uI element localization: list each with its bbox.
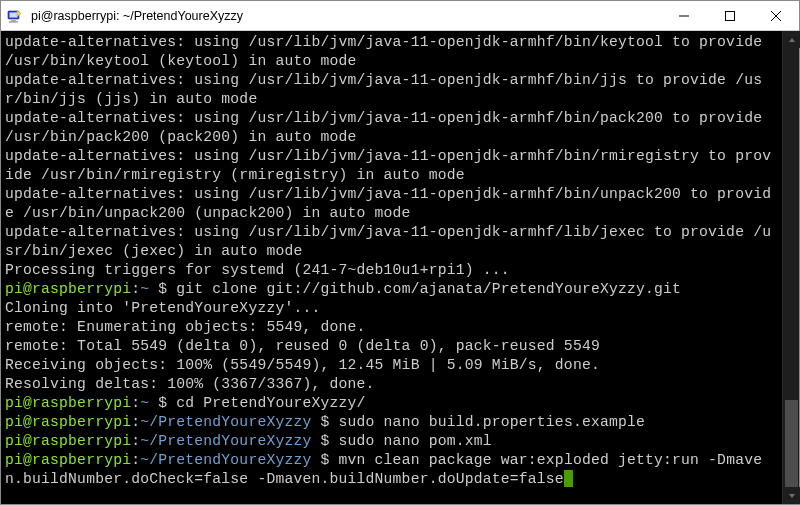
prompt-line: pi@raspberrypi:~/PretendYoureXyzzy $ mvn… xyxy=(5,451,777,489)
prompt-dollar: $ xyxy=(311,414,338,430)
close-icon xyxy=(771,11,781,21)
terminal-wrap: update-alternatives: using /usr/lib/jvm/… xyxy=(1,31,799,504)
output-line: Processing triggers for systemd (241-7~d… xyxy=(5,261,777,280)
command-text: cd PretendYoureXyzzy/ xyxy=(176,395,365,411)
titlebar[interactable]: pi@raspberrypi: ~/PretendYoureXyzzy xyxy=(1,1,799,31)
prompt-line: pi@raspberrypi:~/PretendYoureXyzzy $ sud… xyxy=(5,432,777,451)
prompt-line: pi@raspberrypi:~/PretendYoureXyzzy $ sud… xyxy=(5,413,777,432)
terminal-content: update-alternatives: using /usr/lib/jvm/… xyxy=(5,33,795,489)
output-line: Resolving deltas: 100% (3367/3367), done… xyxy=(5,375,777,394)
prompt-dollar: $ xyxy=(311,452,338,468)
output-line: update-alternatives: using /usr/lib/jvm/… xyxy=(5,33,777,71)
maximize-button[interactable] xyxy=(707,1,753,30)
prompt-dollar: $ xyxy=(149,281,176,297)
minimize-button[interactable] xyxy=(661,1,707,30)
prompt-sep: : xyxy=(131,395,140,411)
output-line: update-alternatives: using /usr/lib/jvm/… xyxy=(5,109,777,147)
output-line: Cloning into 'PretendYoureXyzzy'... xyxy=(5,299,777,318)
cursor xyxy=(564,470,573,487)
prompt-dollar: $ xyxy=(311,433,338,449)
prompt-userhost: pi@raspberrypi xyxy=(5,414,131,430)
window-title: pi@raspberrypi: ~/PretendYoureXyzzy xyxy=(29,9,661,23)
prompt-sep: : xyxy=(131,281,140,297)
output-line: update-alternatives: using /usr/lib/jvm/… xyxy=(5,71,777,109)
terminal[interactable]: update-alternatives: using /usr/lib/jvm/… xyxy=(1,31,799,504)
svg-rect-3 xyxy=(9,21,18,22)
prompt-userhost: pi@raspberrypi xyxy=(5,281,131,297)
chevron-down-icon xyxy=(788,492,796,500)
putty-icon xyxy=(7,8,23,24)
close-button[interactable] xyxy=(753,1,799,30)
prompt-userhost: pi@raspberrypi xyxy=(5,433,131,449)
svg-rect-1 xyxy=(10,12,18,17)
prompt-path: ~ xyxy=(140,395,149,411)
app-window: pi@raspberrypi: ~/PretendYoureXyzzy upda… xyxy=(0,0,800,505)
svg-rect-2 xyxy=(11,20,16,22)
prompt-userhost: pi@raspberrypi xyxy=(5,395,131,411)
prompt-sep: : xyxy=(131,452,140,468)
prompt-line: pi@raspberrypi:~ $ cd PretendYoureXyzzy/ xyxy=(5,394,777,413)
scrollbar[interactable] xyxy=(782,31,799,504)
output-line: remote: Enumerating objects: 5549, done. xyxy=(5,318,777,337)
command-text: sudo nano build.properties.example xyxy=(339,414,645,430)
prompt-path: ~/PretendYoureXyzzy xyxy=(140,452,311,468)
prompt-userhost: pi@raspberrypi xyxy=(5,452,131,468)
output-line: update-alternatives: using /usr/lib/jvm/… xyxy=(5,223,777,261)
prompt-path: ~ xyxy=(140,281,149,297)
chevron-up-icon xyxy=(788,36,796,44)
command-text: git clone git://github.com/ajanata/Prete… xyxy=(176,281,681,297)
prompt-dollar: $ xyxy=(149,395,176,411)
prompt-path: ~/PretendYoureXyzzy xyxy=(140,414,311,430)
window-controls xyxy=(661,1,799,30)
output-line: update-alternatives: using /usr/lib/jvm/… xyxy=(5,147,777,185)
output-line: Receiving objects: 100% (5549/5549), 12.… xyxy=(5,356,777,375)
scroll-up-button[interactable] xyxy=(783,31,800,48)
output-line: update-alternatives: using /usr/lib/jvm/… xyxy=(5,185,777,223)
maximize-icon xyxy=(725,11,735,21)
prompt-path: ~/PretendYoureXyzzy xyxy=(140,433,311,449)
prompt-sep: : xyxy=(131,433,140,449)
minimize-icon xyxy=(679,11,689,21)
scrollbar-thumb[interactable] xyxy=(785,400,798,495)
prompt-line: pi@raspberrypi:~ $ git clone git://githu… xyxy=(5,280,777,299)
svg-rect-4 xyxy=(726,11,735,20)
prompt-sep: : xyxy=(131,414,140,430)
scroll-down-button[interactable] xyxy=(783,487,800,504)
output-line: remote: Total 5549 (delta 0), reused 0 (… xyxy=(5,337,777,356)
command-text: sudo nano pom.xml xyxy=(339,433,492,449)
